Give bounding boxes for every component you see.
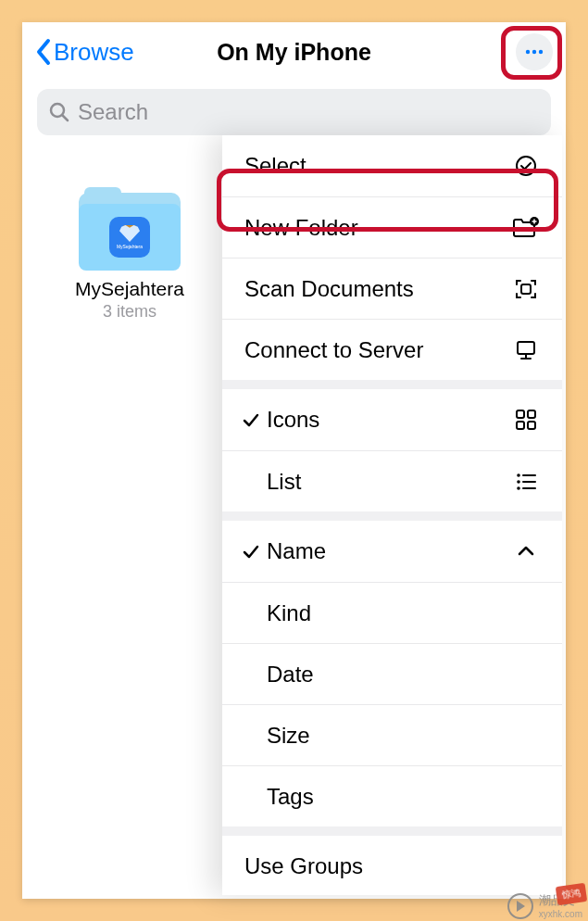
menu-item-list[interactable]: List [222,450,562,511]
folder-plus-icon [512,216,540,240]
svg-point-0 [526,50,530,54]
svg-point-21 [517,486,520,490]
search-icon [48,101,70,123]
menu-group-actions: Select New Folder Scan Documents Connect… [222,135,562,389]
folder-icon: MySejahtera [79,187,181,271]
checkmark-icon [239,410,263,429]
watermark: 潮品文 xyxhk.com 惊鸿 [507,892,582,919]
menu-item-connect-server[interactable]: Connect to Server [222,319,562,380]
search-input[interactable]: Search [37,89,551,135]
chevron-up-icon [512,541,540,561]
list-icon [512,470,540,494]
chevron-left-icon [35,38,52,66]
menu-item-new-folder[interactable]: New Folder [222,196,562,258]
menu-item-select[interactable]: Select [222,135,562,196]
folder-name: MySejahtera [75,278,184,300]
back-label: Browse [54,38,134,67]
folder-count: 3 items [103,302,156,322]
menu-item-kind[interactable]: Kind [222,582,562,643]
svg-line-4 [63,116,69,121]
menu-group-view: Icons List [222,389,562,521]
checkmark-icon [239,542,263,561]
svg-rect-9 [521,284,531,294]
svg-point-19 [517,480,520,484]
more-button[interactable] [516,33,553,70]
menu-item-size[interactable]: Size [222,704,562,765]
select-circle-icon [512,154,540,178]
menu-item-scan-documents[interactable]: Scan Documents [222,258,562,319]
menu-item-tags[interactable]: Tags [222,765,562,826]
svg-point-1 [532,50,536,54]
back-button[interactable]: Browse [35,38,134,67]
svg-point-5 [517,157,535,175]
svg-rect-15 [517,422,524,429]
svg-rect-14 [528,410,535,418]
svg-rect-13 [517,410,524,418]
nav-bar: Browse On My iPhone [22,22,566,82]
server-icon [512,337,540,363]
menu-group-groups: Use Groups [222,836,562,895]
play-icon [507,893,533,919]
menu-group-sort: Name Kind Date Size Tags [222,521,562,836]
svg-point-17 [517,473,520,477]
menu-item-name[interactable]: Name [222,521,562,582]
context-menu: Select New Folder Scan Documents Connect… [222,135,562,895]
menu-item-icons[interactable]: Icons [222,389,562,450]
app-window: Browse On My iPhone Search MySejahtera [22,22,566,899]
folder-item[interactable]: MySejahtera MySejahtera 3 items [70,187,189,322]
app-thumbnail: MySejahtera [109,217,150,258]
menu-item-date[interactable]: Date [222,643,562,704]
menu-item-use-groups[interactable]: Use Groups [222,836,562,895]
svg-point-2 [539,50,543,54]
svg-rect-10 [518,342,534,354]
search-placeholder: Search [78,99,148,125]
scan-icon [512,276,540,302]
svg-rect-16 [528,422,535,429]
ellipsis-icon [522,40,546,64]
grid-icon [512,408,540,432]
